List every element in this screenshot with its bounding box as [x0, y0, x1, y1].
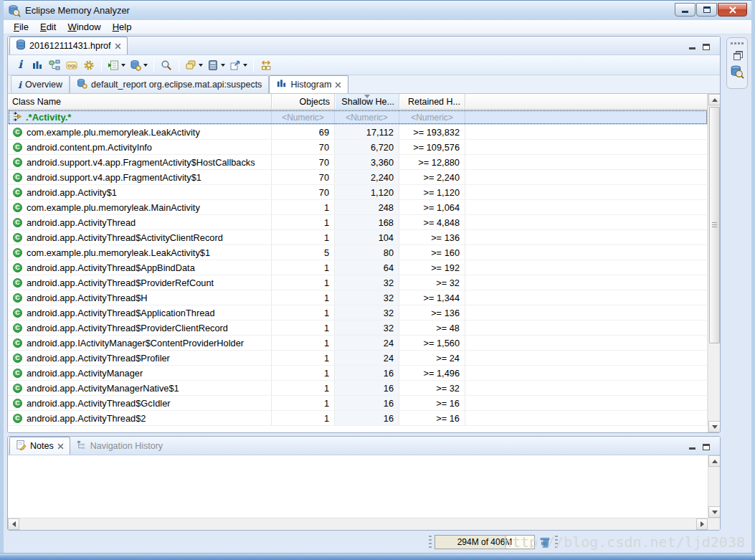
table-row[interactable]: C android.support.v4.app.FragmentActivit… — [8, 170, 708, 185]
export-icon[interactable] — [228, 57, 249, 73]
statusbar-grip[interactable] — [555, 536, 558, 549]
class-name-cell: C android.app.ActivityThread$Profiler — [8, 351, 272, 365]
table-row[interactable]: C android.app.ActivityThread$GcIdler 1 1… — [8, 396, 708, 411]
run-expert-icon[interactable] — [106, 57, 127, 73]
objects-cell: 1 — [272, 290, 335, 305]
table-row[interactable]: C android.app.ActivityThread$2 1 16 >= 1… — [8, 411, 708, 426]
toolbar-separator — [101, 59, 102, 72]
search-icon[interactable] — [158, 57, 174, 73]
table-row[interactable]: C android.app.ActivityManagerNative$1 1 … — [8, 381, 708, 396]
leak-report-gear-icon[interactable] — [81, 57, 97, 73]
column-header-shallow-heap[interactable]: Shallow He... — [335, 94, 399, 110]
shallow-heap-cell: 16 — [335, 411, 399, 425]
filler-cell — [465, 245, 708, 260]
histogram-icon[interactable] — [29, 57, 45, 73]
restore-view-icon[interactable] — [733, 51, 741, 58]
table-row[interactable]: C android.app.ActivityThread$Profiler 1 … — [8, 351, 708, 366]
close-button[interactable] — [718, 3, 747, 16]
table-row[interactable]: C android.app.ActivityThread$ProviderRef… — [8, 275, 708, 290]
menu-file[interactable]: File — [8, 20, 34, 34]
title-bar[interactable]: Eclipse Memory Analyzer — [4, 0, 751, 20]
dominator-tree-icon[interactable] — [47, 57, 62, 73]
notes-horizontal-scrollbar[interactable] — [8, 518, 720, 530]
column-header-objects[interactable]: Objects — [272, 94, 335, 110]
editor-tab-hprof[interactable]: 201612111431.hprof — [9, 37, 128, 54]
scroll-up-button[interactable] — [708, 455, 720, 467]
class-icon: C — [13, 308, 22, 318]
dropdown-caret-icon — [243, 64, 247, 67]
notes-vertical-scrollbar[interactable] — [708, 455, 720, 518]
tab-navigation-history[interactable]: Navigation History — [70, 437, 168, 455]
scroll-down-button[interactable] — [708, 506, 720, 518]
shallow-heap-filter-input[interactable]: <Numeric> — [335, 110, 399, 125]
scroll-right-button[interactable] — [696, 518, 708, 530]
scroll-up-button[interactable] — [708, 94, 720, 105]
objects-cell: 1 — [272, 200, 335, 214]
objects-cell: 1 — [272, 275, 335, 290]
oql-icon[interactable]: OQL — [64, 57, 80, 73]
column-header-class-name[interactable]: Class Name — [8, 94, 272, 110]
toolbar-drag-handle[interactable] — [731, 42, 744, 44]
panel-minimize-icon[interactable] — [689, 447, 695, 450]
table-row[interactable]: C android.app.ActivityThread 1 168 >= 4,… — [8, 215, 708, 230]
calculator-icon[interactable] — [206, 57, 227, 73]
retained-heap-cell: >= 136 — [399, 230, 465, 245]
table-row[interactable]: C com.example.plu.memoryleak.MainActivit… — [8, 200, 708, 215]
column-header-retained-heap[interactable]: Retained H... — [399, 94, 465, 110]
table-row[interactable]: C android.app.ActivityManager 1 16 >= 1,… — [8, 366, 708, 381]
maximize-button[interactable] — [696, 3, 717, 16]
table-row[interactable]: C android.app.ActivityThread$AppBindData… — [8, 260, 708, 275]
table-row[interactable]: C com.example.plu.memoryleak.LeakActivit… — [8, 125, 708, 140]
class-icon: C — [13, 293, 22, 303]
table-row[interactable]: C android.support.v4.app.FragmentActivit… — [8, 155, 708, 170]
shallow-heap-cell: 80 — [335, 245, 399, 260]
table-row[interactable]: C android.app.IActivityManager$ContentPr… — [8, 336, 708, 351]
table-vertical-scrollbar[interactable] — [708, 94, 720, 432]
scroll-left-button[interactable] — [8, 518, 19, 530]
class-icon: C — [13, 369, 22, 378]
menu-edit[interactable]: Edit — [34, 20, 62, 34]
objects-filter-input[interactable]: <Numeric> — [272, 110, 335, 125]
minimize-button[interactable] — [675, 3, 695, 16]
workbench: 201612111431.hprof i — [4, 34, 751, 553]
notes-text-area[interactable] — [8, 455, 708, 518]
table-row[interactable]: C android.app.Activity$1 70 1,120 >= 1,1… — [8, 185, 708, 200]
compare-icon[interactable] — [258, 57, 274, 73]
tab-histogram[interactable]: Histogram — [269, 75, 348, 93]
class-name-cell: C android.app.ActivityThread$ProviderCli… — [8, 321, 272, 335]
tab-overview[interactable]: i Overview — [11, 75, 70, 93]
heap-actions-icon[interactable] — [128, 57, 149, 73]
table-row[interactable]: C android.app.ActivityThread$ActivityCli… — [8, 230, 708, 245]
tab-close-icon[interactable] — [335, 82, 341, 88]
menu-window[interactable]: Window — [62, 20, 106, 34]
menu-help[interactable]: Help — [107, 20, 138, 34]
tab-close-icon[interactable] — [115, 43, 121, 49]
window-title: Eclipse Memory Analyzer — [25, 5, 130, 16]
tab-default-report[interactable]: default_report org.eclipse.mat.api:suspe… — [70, 75, 269, 93]
objects-cell: 70 — [272, 185, 335, 199]
heap-status-indicator[interactable]: 294M of 406M — [435, 535, 535, 549]
overview-info-icon[interactable]: i — [12, 57, 28, 73]
table-row[interactable]: C android.content.pm.ActivityInfo 70 6,7… — [8, 140, 708, 155]
filler-cell — [465, 200, 708, 214]
table-row[interactable]: C com.example.plu.memoryleak.LeakActivit… — [8, 245, 708, 260]
table-row[interactable]: C android.app.ActivityThread$H 1 32 >= 1… — [8, 290, 708, 305]
filter-row[interactable]: .*Activity.* <Numeric> <Numeric> <Numeri… — [8, 110, 708, 125]
table-row[interactable]: C android.app.ActivityThread$Application… — [8, 305, 708, 321]
tab-notes[interactable]: Notes — [9, 437, 70, 455]
tab-close-icon[interactable] — [57, 443, 64, 450]
scroll-down-button[interactable] — [708, 421, 720, 432]
scrollbar-thumb[interactable] — [709, 107, 720, 343]
editor-maximize-icon[interactable] — [703, 44, 710, 50]
panel-maximize-icon[interactable] — [703, 444, 710, 450]
retained-heap-cell: >= 4,848 — [399, 215, 465, 229]
group-by-icon[interactable] — [184, 57, 204, 73]
mat-fastview-icon[interactable] — [730, 65, 744, 81]
table-row[interactable]: C android.app.ActivityThread$ProviderCli… — [8, 321, 708, 336]
statusbar-grip[interactable] — [429, 536, 432, 549]
run-garbage-collector-button[interactable] — [538, 535, 552, 549]
shallow-heap-cell: 17,112 — [335, 125, 399, 139]
editor-minimize-icon[interactable] — [689, 47, 695, 49]
retained-heap-filter-input[interactable]: <Numeric> — [399, 110, 465, 125]
class-name-filter-input[interactable]: .*Activity.* — [8, 110, 272, 125]
